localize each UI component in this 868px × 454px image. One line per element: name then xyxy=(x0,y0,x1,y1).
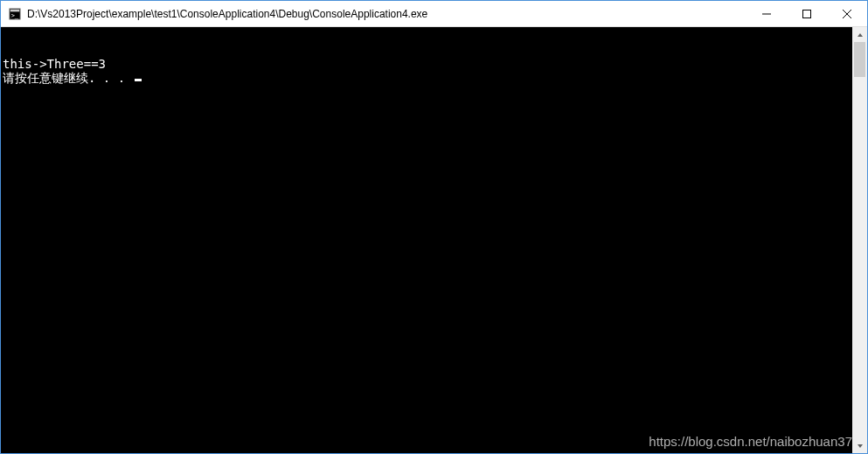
window-controls xyxy=(746,1,867,26)
scroll-down-button[interactable] xyxy=(852,438,867,453)
maximize-button[interactable] xyxy=(787,1,827,26)
console-output[interactable]: this->Three==3请按任意键继续. . . xyxy=(1,27,852,453)
console-text: 请按任意键继续. . . xyxy=(3,71,133,85)
scroll-up-button[interactable] xyxy=(852,27,867,42)
console-line: this->Three==3 xyxy=(3,57,852,71)
svg-marker-8 xyxy=(858,444,863,448)
scrollbar-track[interactable] xyxy=(852,42,867,438)
minimize-button[interactable] xyxy=(746,1,787,26)
svg-rect-4 xyxy=(803,10,811,17)
close-button[interactable] xyxy=(827,1,867,26)
cursor-icon xyxy=(135,79,142,81)
scrollbar-thumb[interactable] xyxy=(854,42,865,77)
svg-text:>_: >_ xyxy=(11,11,19,18)
window-title: D:\Vs2013Project\example\test1\ConsoleAp… xyxy=(27,8,746,20)
titlebar[interactable]: >_ D:\Vs2013Project\example\test1\Consol… xyxy=(1,1,867,27)
content-area: this->Three==3请按任意键继续. . . xyxy=(1,27,867,453)
console-window: >_ D:\Vs2013Project\example\test1\Consol… xyxy=(0,0,868,454)
console-app-icon: >_ xyxy=(8,7,22,21)
svg-marker-7 xyxy=(858,33,863,37)
console-line: 请按任意键继续. . . xyxy=(3,71,852,85)
vertical-scrollbar[interactable] xyxy=(852,27,867,453)
